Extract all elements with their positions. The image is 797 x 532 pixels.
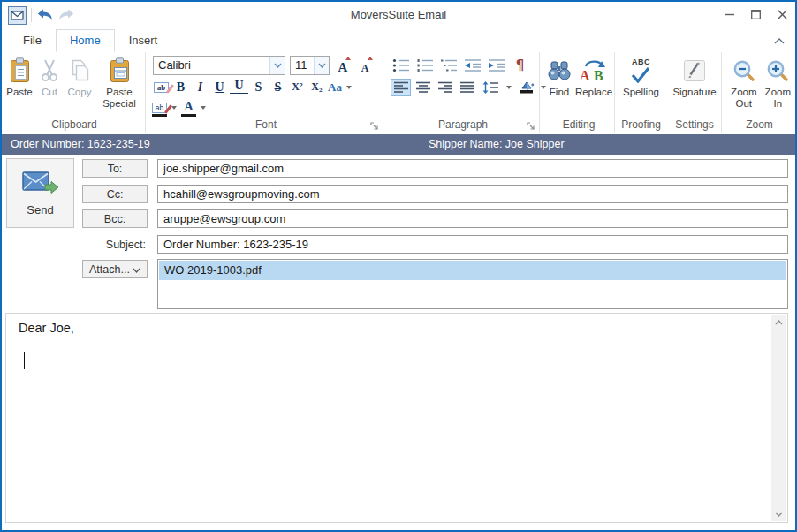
replace-button[interactable]: A B Replace bbox=[574, 54, 613, 98]
font-color-button[interactable]: A bbox=[181, 99, 196, 117]
send-button[interactable]: Send bbox=[6, 158, 74, 228]
paste-icon bbox=[8, 57, 32, 85]
group-label-zoom: Zoom bbox=[725, 118, 793, 131]
chevron-down-icon[interactable] bbox=[506, 86, 512, 89]
signature-pen-icon bbox=[683, 57, 706, 85]
align-center-button[interactable] bbox=[413, 79, 433, 96]
strikethrough-button[interactable]: S bbox=[249, 78, 268, 96]
chevron-down-icon[interactable] bbox=[269, 57, 285, 74]
order-info-bar: Order Number: 1623-235-19 Shipper Name: … bbox=[2, 134, 795, 155]
font-name-combobox[interactable]: Calibri bbox=[153, 56, 285, 75]
shrink-font-icon bbox=[368, 57, 373, 60]
font-color-icon: A bbox=[184, 101, 193, 113]
highlight-button[interactable]: ab bbox=[152, 99, 167, 117]
group-label-editing: Editing bbox=[543, 118, 614, 131]
shrink-font-button[interactable]: A bbox=[356, 56, 374, 75]
group-paragraph: ¶ bbox=[387, 52, 540, 133]
change-case-button[interactable]: Aa bbox=[327, 78, 343, 96]
paste-button[interactable]: Paste bbox=[4, 54, 34, 98]
spelling-label: Spelling bbox=[623, 87, 659, 98]
body-scrollbar[interactable] bbox=[771, 315, 786, 521]
cut-icon bbox=[38, 57, 61, 85]
double-underline-button[interactable]: U bbox=[230, 79, 248, 95]
line-spacing-button[interactable] bbox=[479, 79, 502, 96]
to-button[interactable]: To: bbox=[82, 159, 148, 178]
outdent-icon bbox=[464, 58, 482, 72]
font-size-value: 11 bbox=[291, 57, 314, 74]
align-left-button[interactable] bbox=[391, 79, 411, 96]
tab-insert[interactable]: Insert bbox=[115, 29, 172, 52]
tab-home[interactable]: Home bbox=[56, 29, 115, 52]
clear-formatting-button[interactable]: ab bbox=[152, 78, 171, 96]
bcc-button[interactable]: Bcc: bbox=[82, 209, 148, 228]
scroll-up-icon[interactable] bbox=[771, 315, 786, 330]
dialog-launcher-icon[interactable] bbox=[370, 119, 380, 129]
highlight-color-bar bbox=[152, 114, 167, 117]
chevron-down-icon[interactable] bbox=[171, 106, 177, 110]
chevron-down-icon[interactable] bbox=[314, 57, 329, 74]
grow-font-button[interactable]: A bbox=[334, 56, 352, 75]
scroll-down-icon[interactable] bbox=[771, 506, 786, 521]
increase-indent-button[interactable] bbox=[486, 57, 506, 74]
double-strikethrough-button[interactable]: S bbox=[269, 78, 287, 96]
shrink-font-glyph: A bbox=[361, 62, 369, 75]
subject-label: Subject: bbox=[82, 235, 148, 254]
maximize-icon[interactable] bbox=[742, 2, 769, 27]
copy-icon bbox=[68, 57, 91, 85]
italic-button[interactable]: I bbox=[191, 78, 209, 96]
movers-suite-email-window: MoversSuite Email File Home Insert bbox=[0, 0, 797, 532]
group-label-settings: Settings bbox=[668, 118, 721, 131]
signature-button[interactable]: Signature bbox=[671, 54, 717, 98]
message-body-editor[interactable]: Dear Joe, bbox=[5, 313, 788, 523]
bcc-input[interactable] bbox=[157, 209, 788, 228]
chevron-down-icon[interactable] bbox=[201, 106, 206, 110]
copy-label: Copy bbox=[68, 87, 92, 98]
zoom-out-label: Zoom Out bbox=[728, 87, 760, 110]
find-button[interactable]: Find bbox=[544, 54, 574, 98]
zoom-out-button[interactable]: Zoom Out bbox=[726, 54, 762, 110]
find-label: Find bbox=[550, 87, 569, 98]
paste-special-button[interactable]: Paste Special bbox=[95, 54, 144, 110]
zoom-in-icon bbox=[766, 57, 789, 85]
copy-button[interactable]: Copy bbox=[65, 54, 95, 98]
subscript-button[interactable]: X₂ bbox=[307, 78, 326, 96]
decrease-indent-button[interactable] bbox=[462, 57, 482, 74]
close-icon[interactable] bbox=[769, 2, 795, 27]
replace-label: Replace bbox=[575, 87, 612, 98]
spelling-button[interactable]: ABC Spelling bbox=[621, 54, 661, 98]
attachment-list[interactable]: WO 2019-1003.pdf bbox=[157, 259, 788, 309]
dialog-launcher-icon[interactable] bbox=[527, 119, 536, 129]
bold-button[interactable]: B bbox=[171, 78, 190, 96]
cc-input[interactable] bbox=[157, 185, 788, 203]
show-formatting-button[interactable]: ¶ bbox=[510, 57, 530, 74]
shading-button[interactable] bbox=[516, 79, 536, 96]
attach-button[interactable]: Attach... bbox=[82, 260, 148, 278]
bullets-icon bbox=[392, 58, 410, 72]
multilevel-list-button[interactable] bbox=[438, 57, 459, 74]
group-zoom: Zoom Out Zoom In Zoom bbox=[725, 52, 793, 133]
cut-button[interactable]: Cut bbox=[34, 54, 65, 98]
superscript-button[interactable]: X² bbox=[288, 78, 307, 96]
font-color-bar bbox=[181, 114, 196, 117]
underline-button[interactable]: U bbox=[210, 78, 229, 96]
shading-icon bbox=[518, 80, 535, 95]
align-right-button[interactable] bbox=[435, 79, 455, 96]
shipper-name-text: Shipper Name: Joe Shipper bbox=[429, 134, 565, 155]
multilevel-list-icon bbox=[440, 58, 458, 72]
group-settings: Signature Settings bbox=[668, 52, 722, 133]
zoom-in-button[interactable]: Zoom In bbox=[763, 54, 793, 110]
send-label: Send bbox=[27, 203, 53, 217]
bullets-button[interactable] bbox=[391, 57, 411, 74]
attachment-item-selected[interactable]: WO 2019-1003.pdf bbox=[159, 261, 786, 280]
numbering-button[interactable] bbox=[414, 57, 435, 74]
subject-input[interactable] bbox=[157, 235, 788, 254]
chevron-down-icon[interactable] bbox=[346, 86, 352, 89]
cc-button[interactable]: Cc: bbox=[82, 185, 148, 203]
minimize-icon[interactable] bbox=[716, 2, 742, 27]
to-input[interactable] bbox=[157, 159, 788, 178]
justify-button[interactable] bbox=[457, 79, 477, 96]
send-envelope-icon bbox=[22, 170, 59, 199]
collapse-ribbon-icon[interactable] bbox=[772, 34, 786, 47]
font-size-combobox[interactable]: 11 bbox=[290, 56, 330, 75]
tab-file[interactable]: File bbox=[9, 29, 56, 52]
